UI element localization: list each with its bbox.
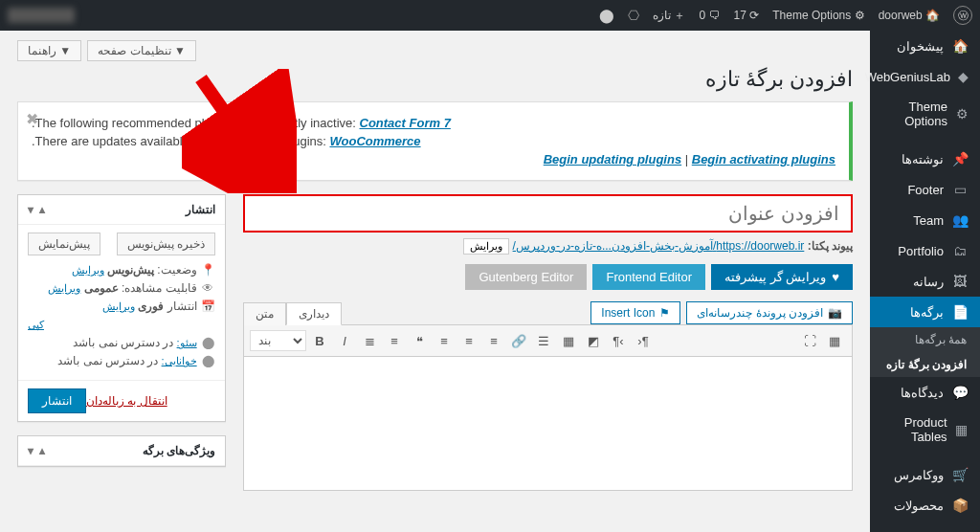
page-attr-title: ویژگی‌های برگه	[143, 444, 215, 457]
publish-title: انتشار	[186, 203, 215, 216]
table-icon: ▦	[955, 422, 969, 437]
align-left-icon[interactable]: ≡	[482, 329, 505, 352]
notice-link-woo[interactable]: WooCommerce	[329, 134, 420, 148]
align-right-icon[interactable]: ≡	[433, 329, 456, 352]
permalink-edit-button[interactable]: ویرایش	[463, 238, 509, 255]
preview-button[interactable]: پیش‌نمایش	[28, 233, 100, 255]
toolbar-toggle-icon[interactable]: ▦	[823, 329, 846, 352]
bullet-list-icon[interactable]: ≣	[358, 329, 381, 352]
italic-icon[interactable]: I	[333, 329, 356, 352]
more-icon[interactable]: ☰	[532, 329, 555, 352]
pin-icon: 📌	[951, 151, 969, 166]
sidebar-item-media[interactable]: 🖼رسانه	[870, 266, 980, 297]
user-blur	[8, 8, 75, 23]
sidebar-item-webgenius[interactable]: ◆WebGeniusLab	[870, 61, 980, 92]
yoast-icon[interactable]: ⬤	[599, 8, 614, 23]
pilcrow-icon[interactable]: ¶‹	[607, 329, 630, 352]
align-center-icon[interactable]: ≡	[457, 329, 480, 352]
frontend-editor-button[interactable]: Frontend Editor	[592, 264, 705, 290]
special-icon[interactable]: ◩	[582, 329, 605, 352]
readability-value: در دسترس نمی باشد	[57, 354, 158, 367]
meta-down-icon-2[interactable]: ▾	[28, 444, 33, 457]
page-attributes-metabox: ویژگی‌های برگه▴▾	[17, 435, 226, 467]
sidebar-item-product-tables[interactable]: ▦Product Tables	[870, 408, 980, 452]
status-label: وضعیت:	[157, 263, 196, 277]
sidebar-item-comments[interactable]: 💬دیدگاه‌ها	[870, 377, 980, 408]
heart-icon: ♥	[832, 270, 839, 284]
bold-icon[interactable]: B	[308, 329, 331, 352]
save-draft-button[interactable]: ذخیره پیش‌نویس	[117, 233, 215, 255]
comments-link[interactable]: 0 🗨	[700, 9, 721, 22]
visual-tab[interactable]: دیداری	[286, 302, 342, 325]
notice-link-cf7[interactable]: Contact Form 7	[360, 116, 451, 130]
permalink-url[interactable]: https://doorweb.ir/آموزش-بخش-افزودن...ه-…	[513, 239, 805, 253]
meta-down-icon[interactable]: ▾	[28, 203, 33, 216]
woo-icon: 🛒	[951, 467, 969, 482]
admin-bar: ⬤ ⎔ تازه ＋ 0 🗨 17 ⟳ Theme Options ⚙ door…	[0, 0, 980, 31]
content-area: راهنما ▼ تنظیمات صفحه ▼ افزودن برگهٔ تاز…	[0, 31, 870, 532]
wp-logo-icon[interactable]: ⓦ	[953, 6, 972, 25]
meta-up-icon-2[interactable]: ▴	[39, 444, 45, 457]
table-icon[interactable]: ▦	[557, 329, 580, 352]
publish-edit-link[interactable]: ویرایش	[102, 300, 135, 312]
sidebar-item-analytics[interactable]: 📊تجزیه و تحلیل	[870, 521, 980, 532]
new-link[interactable]: تازه ＋	[653, 8, 685, 24]
screen-options-button[interactable]: تنظیمات صفحه ▼	[87, 40, 196, 61]
sidebar-sub-all-pages[interactable]: همهٔ برگه‌ها	[870, 327, 980, 352]
seo-link[interactable]: سئو:	[177, 337, 197, 348]
permalink-label: پیوند پکتا:	[808, 239, 853, 253]
readability-link[interactable]: خوانایی:	[162, 355, 197, 366]
begin-update-link[interactable]: Begin updating plugins	[544, 152, 681, 166]
title-input[interactable]	[243, 194, 853, 233]
trash-link[interactable]: انتقال به زباله‌دان	[86, 394, 167, 408]
publish-button[interactable]: انتشار	[28, 388, 86, 413]
flag-icon: ⚑	[659, 306, 670, 320]
help-button[interactable]: راهنما ▼	[17, 40, 81, 61]
yoast-icon-2[interactable]: ⎔	[628, 8, 639, 23]
advanced-editor-button[interactable]: ♥ویرایش گر پیشرفته	[711, 264, 853, 290]
link-icon[interactable]: 🔗	[507, 329, 530, 352]
visibility-edit-link[interactable]: ویرایش	[48, 282, 80, 294]
sidebar-item-pages[interactable]: 📄برگه‌ها	[870, 297, 980, 327]
footer-icon: ▭	[951, 182, 969, 197]
notice-line2: .There are updates available for the fol…	[32, 134, 329, 148]
gutenberg-editor-button[interactable]: Gutenberg Editor	[465, 264, 587, 290]
sidebar-item-footer[interactable]: ▭Footer	[870, 174, 980, 205]
updates-link[interactable]: 17 ⟳	[734, 9, 760, 22]
visibility-value: عمومی	[84, 281, 119, 295]
meta-up-icon[interactable]: ▴	[39, 203, 45, 216]
comment-icon: 💬	[951, 385, 969, 400]
text-tab[interactable]: متن	[243, 302, 286, 325]
sidebar-item-theme-options[interactable]: ⚙Theme Options	[870, 92, 980, 136]
begin-activate-link[interactable]: Begin activating plugins	[692, 152, 835, 166]
fullscreen-icon[interactable]: ⛶	[798, 329, 821, 352]
insert-icon-button[interactable]: ⚑Insert Icon	[590, 301, 680, 324]
site-link[interactable]: doorweb 🏠	[879, 9, 940, 22]
sidebar-item-portfolio[interactable]: 🗂Portfolio	[870, 235, 980, 266]
copy-link[interactable]: کپی	[28, 319, 44, 330]
tinymce-toolbar: بند B I ≣ ≡ ❝ ≡ ≡ ≡ 🔗 ☰ ▦ ◩ ¶‹ ›¶ ⛶ ▦	[243, 324, 853, 357]
status-icon: 📍	[200, 263, 215, 277]
add-media-button[interactable]: 📷افزودن پروندهٔ چندرسانه‌ای	[686, 301, 853, 324]
publish-metabox: انتشار▴▾ ذخیره پیش‌نویس پیش‌نمایش 📍 وضعی…	[17, 194, 226, 422]
product-icon: 📦	[951, 498, 969, 513]
status-edit-link[interactable]: ویرایش	[72, 264, 104, 276]
sidebar-item-woocommerce[interactable]: 🛒ووکامرس	[870, 459, 980, 490]
sidebar-item-posts[interactable]: 📌نوشته‌ها	[870, 144, 980, 174]
notice-dismiss-icon[interactable]: ✖	[26, 110, 38, 128]
gear-icon: ⚙	[955, 106, 969, 122]
numbered-list-icon[interactable]: ≡	[383, 329, 406, 352]
sidebar-item-dashboard[interactable]: 🏠پیشخوان	[870, 31, 980, 61]
quote-icon[interactable]: ❝	[408, 329, 431, 352]
sidebar-item-products[interactable]: 📦محصولات	[870, 490, 980, 521]
sidebar-sub-add-new[interactable]: افزودن برگهٔ تازه	[870, 352, 980, 377]
sidebar-item-team[interactable]: 👥Team	[870, 205, 980, 235]
portfolio-icon: 🗂	[951, 243, 969, 258]
plugin-icon: ◆	[958, 69, 969, 84]
editor-body[interactable]	[243, 357, 853, 491]
theme-options-link[interactable]: Theme Options ⚙	[772, 9, 864, 22]
editor-column: پیوند پکتا: https://doorweb.ir/آموزش-بخش…	[243, 194, 853, 491]
plugin-notice: ✖ .The following recommended plugins are…	[17, 101, 853, 181]
pilcrow2-icon[interactable]: ›¶	[632, 329, 655, 352]
paragraph-select[interactable]: بند	[250, 330, 306, 351]
